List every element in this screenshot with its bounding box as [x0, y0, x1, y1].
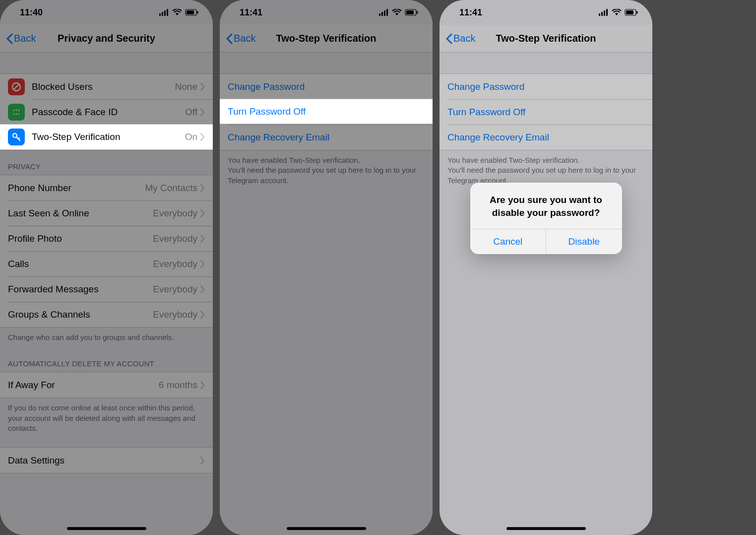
row-data-settings[interactable]: Data Settings: [0, 448, 213, 473]
svg-point-12: [13, 113, 15, 115]
battery-icon: [405, 9, 419, 16]
home-indicator[interactable]: [506, 527, 586, 530]
svg-line-8: [14, 84, 19, 89]
home-indicator[interactable]: [67, 527, 146, 530]
svg-rect-30: [636, 11, 638, 14]
row-calls[interactable]: Calls Everybody: [0, 251, 213, 276]
privacy-group: Phone Number My Contacts Last Seen & Onl…: [0, 175, 213, 328]
chevron-right-icon: [200, 108, 205, 116]
row-label: Forwarded Messages: [8, 284, 153, 295]
status-bar: 11:41: [220, 0, 433, 25]
wifi-icon: [172, 9, 182, 16]
svg-rect-23: [417, 11, 418, 14]
screen-privacy-security: 11:40 Back Privacy and Security Blocked …: [0, 0, 213, 535]
row-label: Change Password: [447, 81, 644, 92]
screen-disable-confirm: 11:41 Back Two-Step Verification Change …: [440, 0, 652, 535]
screen-two-step-verification: 11:41 Back Two-Step Verification Change …: [220, 0, 433, 535]
row-blocked-users[interactable]: Blocked Users None: [0, 74, 213, 99]
row-last-seen[interactable]: Last Seen & Online Everybody: [0, 201, 213, 226]
svg-rect-5: [187, 10, 194, 14]
svg-rect-24: [599, 13, 600, 16]
row-forwarded-messages[interactable]: Forwarded Messages Everybody: [0, 276, 213, 302]
row-value: Everybody: [153, 309, 197, 320]
back-label: Back: [234, 33, 255, 44]
disable-button[interactable]: Disable: [546, 229, 622, 254]
row-label: Two-Step Verification: [32, 132, 185, 142]
back-label: Back: [453, 33, 475, 44]
row-label: Data Settings: [8, 455, 200, 466]
section-header-privacy: Privacy: [0, 150, 213, 175]
twostep-footer: You have enabled Two-Step verification. …: [220, 150, 433, 186]
chevron-right-icon: [200, 457, 205, 465]
row-profile-photo[interactable]: Profile Photo Everybody: [0, 226, 213, 251]
svg-rect-27: [606, 9, 608, 16]
svg-rect-17: [379, 13, 380, 16]
status-time: 11:40: [20, 7, 43, 18]
svg-rect-25: [601, 12, 603, 16]
row-passcode-faceid[interactable]: Passcode & Face ID Off: [0, 99, 213, 125]
svg-rect-29: [626, 10, 633, 14]
svg-point-9: [13, 109, 15, 111]
chevron-right-icon: [200, 209, 205, 217]
chevron-left-icon: [226, 33, 233, 44]
chevron-left-icon: [6, 33, 13, 44]
twostep-footer: You have enabled Two-Step verification. …: [440, 150, 652, 186]
row-groups-channels[interactable]: Groups & Channels Everybody: [0, 302, 213, 327]
home-indicator[interactable]: [287, 527, 366, 530]
row-value: Everybody: [153, 284, 197, 295]
row-change-password[interactable]: Change Password: [220, 74, 433, 99]
svg-rect-26: [604, 10, 605, 16]
alert-title: Are you sure you want to disable your pa…: [470, 183, 622, 229]
highlight-two-step-verification[interactable]: Two-Step Verification On: [0, 124, 213, 150]
privacy-footer: Change who can add you to groups and cha…: [0, 328, 213, 342]
row-value: Everybody: [153, 259, 197, 269]
back-button[interactable]: Back: [226, 33, 255, 44]
svg-rect-19: [384, 10, 385, 16]
row-value: On: [185, 132, 197, 142]
back-button[interactable]: Back: [445, 33, 475, 44]
row-value: Everybody: [153, 208, 197, 219]
row-change-recovery-email[interactable]: Change Recovery Email: [220, 125, 433, 150]
row-label: Change Recovery Email: [447, 132, 644, 143]
back-button[interactable]: Back: [6, 33, 36, 44]
row-label: Profile Photo: [8, 233, 153, 244]
status-time: 11:41: [240, 7, 262, 18]
row-label: Phone Number: [8, 183, 145, 194]
chevron-right-icon: [200, 83, 205, 91]
row-label: Last Seen & Online: [8, 208, 153, 219]
nav-bar: Back Two-Step Verification: [440, 25, 652, 53]
chevron-right-icon: [200, 311, 205, 319]
cellular-icon: [599, 9, 609, 16]
svg-rect-2: [164, 10, 166, 16]
row-value: Off: [185, 107, 197, 118]
row-change-recovery-email[interactable]: Change Recovery Email: [440, 125, 652, 150]
svg-point-14: [18, 113, 20, 115]
data-settings-group: Data Settings: [0, 447, 213, 473]
key-icon: [8, 129, 25, 145]
row-if-away-for[interactable]: If Away For 6 months: [0, 372, 213, 398]
row-label: Turn Password Off: [228, 106, 425, 117]
cancel-button[interactable]: Cancel: [470, 229, 546, 254]
svg-point-11: [18, 109, 20, 111]
row-phone-number[interactable]: Phone Number My Contacts: [0, 175, 213, 201]
row-label: Blocked Users: [32, 81, 175, 92]
cellular-icon: [379, 9, 389, 16]
svg-rect-1: [162, 12, 163, 16]
row-label: Turn Password Off: [447, 107, 644, 118]
svg-rect-20: [386, 9, 388, 16]
row-label: If Away For: [8, 380, 159, 391]
row-label: Change Recovery Email: [228, 132, 425, 143]
battery-icon: [625, 9, 638, 16]
row-label: Groups & Channels: [8, 309, 153, 320]
delete-group: If Away For 6 months: [0, 372, 213, 398]
svg-rect-22: [406, 10, 414, 14]
highlight-turn-password-off[interactable]: Turn Password Off: [220, 99, 433, 124]
status-bar: 11:41: [440, 0, 652, 25]
status-indicators: [599, 9, 638, 16]
battery-icon: [185, 9, 199, 16]
row-turn-password-off[interactable]: Turn Password Off: [440, 99, 652, 125]
svg-point-13: [16, 113, 17, 115]
row-change-password[interactable]: Change Password: [440, 74, 652, 99]
chevron-right-icon: [200, 133, 205, 141]
svg-point-10: [16, 109, 17, 111]
